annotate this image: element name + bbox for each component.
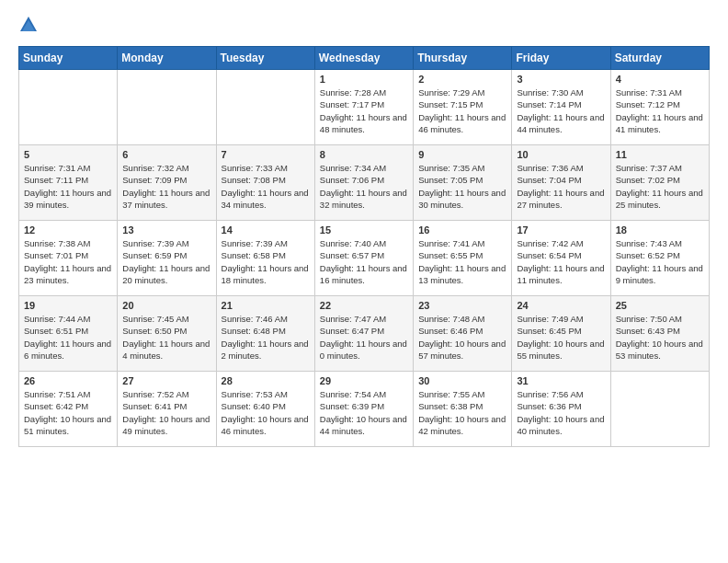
day-info: Sunrise: 7:28 AM Sunset: 7:17 PM Dayligh… (320, 86, 408, 135)
day-info: Sunrise: 7:30 AM Sunset: 7:14 PM Dayligh… (517, 86, 605, 135)
day-info: Sunrise: 7:49 AM Sunset: 6:45 PM Dayligh… (517, 313, 605, 362)
calendar-cell: 7Sunrise: 7:33 AM Sunset: 7:08 PM Daylig… (216, 145, 314, 221)
calendar-week-row: 19Sunrise: 7:44 AM Sunset: 6:51 PM Dayli… (19, 296, 710, 372)
day-info: Sunrise: 7:48 AM Sunset: 6:46 PM Dayligh… (418, 313, 506, 362)
calendar-cell: 11Sunrise: 7:37 AM Sunset: 7:02 PM Dayli… (610, 145, 709, 221)
logo (18, 15, 42, 35)
day-info: Sunrise: 7:32 AM Sunset: 7:09 PM Dayligh… (122, 162, 210, 211)
calendar-cell (610, 372, 709, 447)
calendar-cell: 18Sunrise: 7:43 AM Sunset: 6:52 PM Dayli… (610, 221, 709, 296)
logo-icon (18, 15, 39, 35)
calendar-cell: 15Sunrise: 7:40 AM Sunset: 6:57 PM Dayli… (314, 221, 413, 296)
calendar-cell: 9Sunrise: 7:35 AM Sunset: 7:05 PM Daylig… (414, 145, 512, 221)
day-info: Sunrise: 7:33 AM Sunset: 7:08 PM Dayligh… (222, 162, 310, 211)
calendar-cell: 4Sunrise: 7:31 AM Sunset: 7:12 PM Daylig… (610, 70, 709, 145)
day-number: 11 (616, 149, 704, 160)
weekday-header: Friday (512, 47, 610, 70)
page-header (18, 15, 710, 35)
calendar-header: SundayMondayTuesdayWednesdayThursdayFrid… (19, 47, 710, 70)
day-info: Sunrise: 7:51 AM Sunset: 6:42 PM Dayligh… (24, 388, 112, 437)
day-info: Sunrise: 7:39 AM Sunset: 6:58 PM Dayligh… (222, 237, 310, 286)
calendar-cell: 29Sunrise: 7:54 AM Sunset: 6:39 PM Dayli… (314, 372, 413, 447)
day-info: Sunrise: 7:46 AM Sunset: 6:48 PM Dayligh… (222, 313, 310, 362)
day-number: 15 (320, 224, 408, 236)
calendar-cell: 17Sunrise: 7:42 AM Sunset: 6:54 PM Dayli… (512, 221, 610, 296)
day-info: Sunrise: 7:50 AM Sunset: 6:43 PM Dayligh… (616, 313, 704, 362)
weekday-header: Thursday (414, 47, 512, 70)
day-number: 26 (24, 375, 112, 386)
day-number: 5 (24, 149, 112, 160)
day-info: Sunrise: 7:31 AM Sunset: 7:11 PM Dayligh… (24, 162, 112, 211)
day-info: Sunrise: 7:38 AM Sunset: 7:01 PM Dayligh… (24, 237, 112, 286)
weekday-header: Saturday (610, 47, 709, 70)
calendar-cell: 6Sunrise: 7:32 AM Sunset: 7:09 PM Daylig… (118, 145, 216, 221)
day-number: 18 (616, 224, 704, 236)
calendar-week-row: 5Sunrise: 7:31 AM Sunset: 7:11 PM Daylig… (19, 145, 710, 221)
day-number: 28 (222, 375, 310, 386)
calendar-table: SundayMondayTuesdayWednesdayThursdayFrid… (18, 46, 710, 447)
calendar-cell: 2Sunrise: 7:29 AM Sunset: 7:15 PM Daylig… (414, 70, 512, 145)
day-number: 13 (122, 224, 210, 236)
day-info: Sunrise: 7:31 AM Sunset: 7:12 PM Dayligh… (616, 86, 704, 135)
day-info: Sunrise: 7:39 AM Sunset: 6:59 PM Dayligh… (122, 237, 210, 286)
day-number: 1 (320, 74, 408, 85)
calendar-cell: 1Sunrise: 7:28 AM Sunset: 7:17 PM Daylig… (314, 70, 413, 145)
day-number: 21 (222, 300, 310, 311)
day-info: Sunrise: 7:43 AM Sunset: 6:52 PM Dayligh… (616, 237, 704, 286)
day-info: Sunrise: 7:45 AM Sunset: 6:50 PM Dayligh… (122, 313, 210, 362)
day-number: 29 (320, 375, 408, 386)
calendar-cell: 26Sunrise: 7:51 AM Sunset: 6:42 PM Dayli… (19, 372, 118, 447)
calendar-cell (118, 70, 216, 145)
day-info: Sunrise: 7:35 AM Sunset: 7:05 PM Dayligh… (418, 162, 506, 211)
calendar-cell: 22Sunrise: 7:47 AM Sunset: 6:47 PM Dayli… (314, 296, 413, 372)
day-number: 14 (222, 224, 310, 236)
day-info: Sunrise: 7:47 AM Sunset: 6:47 PM Dayligh… (320, 313, 408, 362)
day-number: 4 (616, 74, 704, 85)
weekday-header: Monday (118, 47, 216, 70)
day-info: Sunrise: 7:54 AM Sunset: 6:39 PM Dayligh… (320, 388, 408, 437)
day-number: 3 (517, 74, 605, 85)
day-number: 19 (24, 300, 112, 311)
day-info: Sunrise: 7:29 AM Sunset: 7:15 PM Dayligh… (418, 86, 506, 135)
calendar-week-row: 26Sunrise: 7:51 AM Sunset: 6:42 PM Dayli… (19, 372, 710, 447)
day-number: 7 (222, 149, 310, 160)
day-info: Sunrise: 7:42 AM Sunset: 6:54 PM Dayligh… (517, 237, 605, 286)
day-number: 22 (320, 300, 408, 311)
day-info: Sunrise: 7:55 AM Sunset: 6:38 PM Dayligh… (418, 388, 506, 437)
calendar-cell: 21Sunrise: 7:46 AM Sunset: 6:48 PM Dayli… (216, 296, 314, 372)
calendar-cell: 14Sunrise: 7:39 AM Sunset: 6:58 PM Dayli… (216, 221, 314, 296)
day-number: 6 (122, 149, 210, 160)
calendar-cell: 12Sunrise: 7:38 AM Sunset: 7:01 PM Dayli… (19, 221, 118, 296)
day-info: Sunrise: 7:44 AM Sunset: 6:51 PM Dayligh… (24, 313, 112, 362)
day-number: 23 (418, 300, 506, 311)
day-info: Sunrise: 7:52 AM Sunset: 6:41 PM Dayligh… (122, 388, 210, 437)
day-number: 25 (616, 300, 704, 311)
calendar-cell: 27Sunrise: 7:52 AM Sunset: 6:41 PM Dayli… (118, 372, 216, 447)
calendar-cell: 23Sunrise: 7:48 AM Sunset: 6:46 PM Dayli… (414, 296, 512, 372)
day-info: Sunrise: 7:53 AM Sunset: 6:40 PM Dayligh… (222, 388, 310, 437)
day-number: 31 (517, 375, 605, 386)
day-number: 16 (418, 224, 506, 236)
calendar-week-row: 12Sunrise: 7:38 AM Sunset: 7:01 PM Dayli… (19, 221, 710, 296)
day-number: 12 (24, 224, 112, 236)
day-number: 27 (122, 375, 210, 386)
page-container: SundayMondayTuesdayWednesdayThursdayFrid… (0, 0, 728, 456)
calendar-cell: 25Sunrise: 7:50 AM Sunset: 6:43 PM Dayli… (610, 296, 709, 372)
day-info: Sunrise: 7:41 AM Sunset: 6:55 PM Dayligh… (418, 237, 506, 286)
calendar-cell: 3Sunrise: 7:30 AM Sunset: 7:14 PM Daylig… (512, 70, 610, 145)
weekday-header: Tuesday (216, 47, 314, 70)
calendar-cell: 10Sunrise: 7:36 AM Sunset: 7:04 PM Dayli… (512, 145, 610, 221)
day-number: 2 (418, 74, 506, 85)
day-number: 10 (517, 149, 605, 160)
weekday-header: Sunday (19, 47, 118, 70)
day-number: 8 (320, 149, 408, 160)
calendar-cell: 31Sunrise: 7:56 AM Sunset: 6:36 PM Dayli… (512, 372, 610, 447)
day-info: Sunrise: 7:40 AM Sunset: 6:57 PM Dayligh… (320, 237, 408, 286)
calendar-cell: 20Sunrise: 7:45 AM Sunset: 6:50 PM Dayli… (118, 296, 216, 372)
calendar-week-row: 1Sunrise: 7:28 AM Sunset: 7:17 PM Daylig… (19, 70, 710, 145)
day-number: 30 (418, 375, 506, 386)
day-info: Sunrise: 7:34 AM Sunset: 7:06 PM Dayligh… (320, 162, 408, 211)
calendar-cell: 13Sunrise: 7:39 AM Sunset: 6:59 PM Dayli… (118, 221, 216, 296)
day-number: 20 (122, 300, 210, 311)
day-info: Sunrise: 7:56 AM Sunset: 6:36 PM Dayligh… (517, 388, 605, 437)
